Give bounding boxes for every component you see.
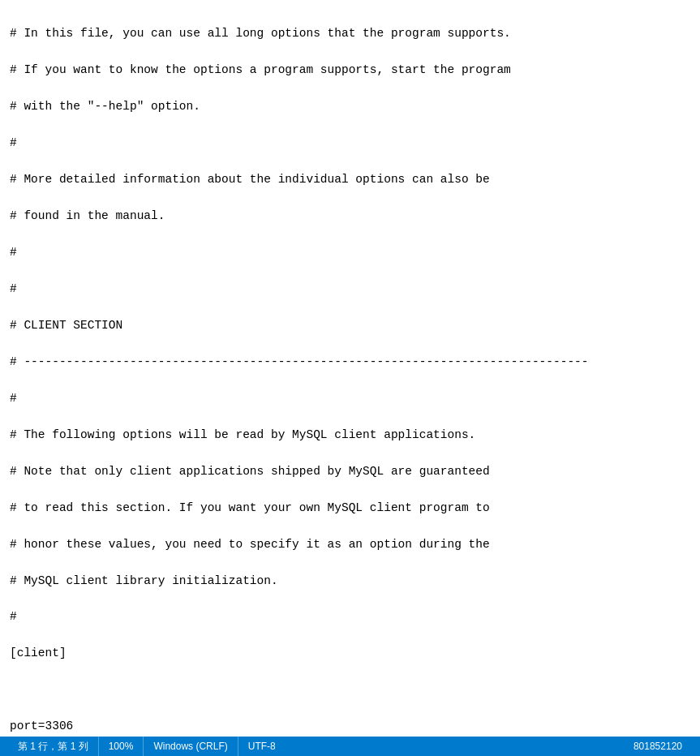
- status-extra: 801852120: [624, 737, 692, 756]
- line-14: # to read this section. If you want your…: [10, 499, 690, 517]
- line-13: # Note that only client applications shi…: [10, 462, 690, 480]
- line-6: # found in the manual.: [10, 207, 690, 225]
- status-zoom: 100%: [99, 737, 144, 756]
- line-20: port=3306: [10, 717, 690, 735]
- line-3: # with the "--help" option.: [10, 97, 690, 115]
- line-17: #: [10, 608, 690, 625]
- line-15: # honor these values, you need to specif…: [10, 535, 690, 553]
- editor-content[interactable]: # In this file, you can use all long opt…: [0, 0, 700, 737]
- line-9: # CLIENT SECTION: [10, 316, 690, 334]
- line-10: # --------------------------------------…: [10, 353, 690, 371]
- line-16: # MySQL client library initialization.: [10, 572, 690, 590]
- line-8: #: [10, 280, 690, 298]
- line-7: #: [10, 243, 690, 261]
- status-position: 第 1 行，第 1 列: [8, 737, 99, 756]
- line-11: #: [10, 389, 690, 407]
- status-encoding: UTF-8: [238, 737, 286, 756]
- status-line-ending: Windows (CRLF): [144, 737, 238, 756]
- line-4: #: [10, 134, 690, 152]
- line-2: # If you want to know the options a prog…: [10, 61, 690, 79]
- line-12: # The following options will be read by …: [10, 426, 690, 444]
- line-1: # In this file, you can use all long opt…: [10, 24, 690, 42]
- line-18: [client]: [10, 644, 690, 662]
- line-19: [10, 681, 690, 698]
- line-5: # More detailed information about the in…: [10, 170, 690, 188]
- status-bar: 第 1 行，第 1 列 100% Windows (CRLF) UTF-8 80…: [0, 737, 700, 756]
